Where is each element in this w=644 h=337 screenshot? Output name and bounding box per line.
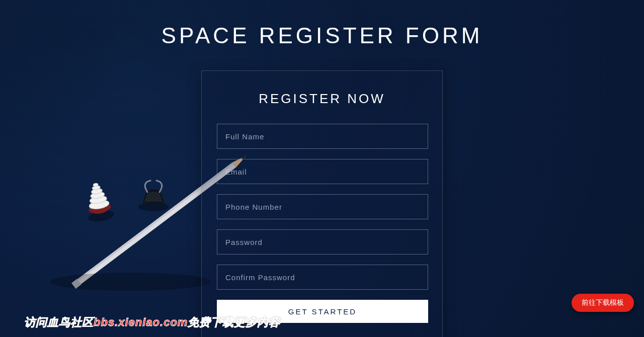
- password-field[interactable]: [217, 229, 428, 255]
- svg-point-14: [138, 202, 169, 211]
- download-template-button[interactable]: 前往下载模板: [572, 294, 634, 312]
- svg-point-7: [88, 209, 115, 223]
- svg-point-9: [89, 195, 107, 205]
- svg-point-10: [90, 191, 105, 200]
- page-title: SPACE REGISTER FORM: [0, 23, 644, 48]
- svg-point-12: [92, 185, 101, 191]
- svg-point-8: [89, 199, 110, 210]
- svg-rect-5: [71, 279, 82, 289]
- card-title: REGISTER NOW: [217, 91, 427, 107]
- register-card: REGISTER NOW GET STARTED: [201, 70, 443, 337]
- watermark-text: 访问血鸟社区bbs.xieniao.com免费下载更多内容: [24, 315, 280, 330]
- full-name-field[interactable]: [217, 124, 428, 149]
- svg-point-6: [50, 273, 211, 291]
- confirm-password-field[interactable]: [217, 265, 428, 290]
- phone-field[interactable]: [217, 194, 428, 219]
- email-field[interactable]: [217, 159, 428, 184]
- svg-point-13: [93, 183, 99, 187]
- svg-point-11: [91, 188, 103, 195]
